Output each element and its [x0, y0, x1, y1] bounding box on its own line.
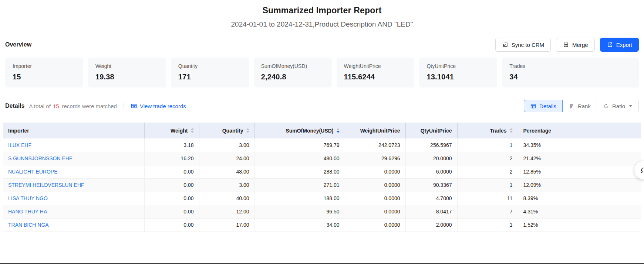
cell-trades: 1 — [457, 138, 518, 152]
cell-percentage: 34.35% — [518, 138, 641, 152]
export-label: Export — [616, 42, 632, 48]
cell-quantity: 40.00 — [199, 192, 254, 205]
cell-percentage: 21.42% — [518, 152, 641, 165]
page-title: Summarized Importer Report — [0, 6, 644, 16]
cell-importer: S GUNNBJORNSSON EHF — [3, 152, 144, 165]
toolbar-buttons: Sync to CRM Merge Export — [495, 38, 639, 52]
tab-details[interactable]: Details — [524, 100, 563, 112]
cell-trades: 11 — [457, 192, 518, 205]
importer-link[interactable]: S GUNNBJORNSSON EHF — [8, 155, 72, 161]
cell-percentage: 4.31% — [518, 205, 641, 218]
stat-value: 19.38 — [95, 73, 159, 81]
cell-weight: 3.18 — [144, 138, 199, 152]
column-header-sumofmoney-usd[interactable]: SumOfMoney(USD) — [254, 123, 345, 138]
cell-importer: HANG THUY HA — [3, 205, 144, 218]
chevron-down-icon — [629, 105, 633, 107]
view-trade-records-label: View trade records — [140, 103, 186, 109]
cell-importer: NUALIGHT EUROPE — [3, 165, 144, 178]
cell-weight: 0.00 — [144, 192, 199, 205]
view-trade-records-link[interactable]: View trade records — [131, 103, 186, 109]
column-label: Trades — [490, 128, 506, 134]
tab-label: Rank — [578, 103, 591, 109]
stat-value: 115.6244 — [344, 73, 407, 81]
details-summary: Details A total of 15 records were match… — [5, 103, 186, 109]
table-row: ILUX EHF3.183.00769.79242.0723256.596713… — [3, 138, 641, 152]
cell-quantity: 24.00 — [199, 152, 254, 165]
column-header-quantity[interactable]: Quantity — [199, 123, 254, 138]
cell-weight: 0.00 — [144, 218, 199, 232]
cell-weight: 0.00 — [144, 205, 199, 218]
stat-card-weight: Weight19.38 — [88, 58, 166, 88]
table-row: TRAN BICH NGA0.0017.0034.000.00002.00001… — [3, 218, 641, 232]
column-header-trades[interactable]: Trades — [457, 123, 518, 138]
cell-sumofmoney-usd: 288.00 — [254, 165, 345, 178]
importer-link[interactable]: STREYMI HEILDVERSLUN EHF — [8, 182, 84, 188]
stat-value: 171 — [178, 73, 242, 81]
trade-records-icon — [131, 103, 137, 109]
headset-icon — [640, 166, 644, 174]
cell-weightunitprice: 0.0000 — [345, 218, 405, 232]
stat-card-sumofmoney-usd: SumOfMoney(USD)2,240.8 — [254, 58, 332, 88]
tab-ratio[interactable]: Ratio — [597, 100, 639, 112]
stat-card-weightunitprice: WeightUnitPrice115.6244 — [337, 58, 415, 88]
cell-sumofmoney-usd: 34.00 — [254, 218, 345, 232]
page: Summarized Importer Report 2024-01-01 to… — [0, 0, 644, 264]
table-header-row: ImporterWeightQuantitySumOfMoney(USD)Wei… — [3, 123, 641, 138]
stat-card-quantity: Quantity171 — [171, 58, 249, 88]
cell-weight: 0.00 — [144, 178, 199, 192]
cell-sumofmoney-usd: 769.79 — [254, 138, 345, 152]
importer-link[interactable]: HANG THUY HA — [8, 209, 47, 215]
importer-table: ImporterWeightQuantitySumOfMoney(USD)Wei… — [3, 123, 641, 232]
table-body: ILUX EHF3.183.00769.79242.0723256.596713… — [3, 138, 641, 232]
table-icon — [530, 103, 536, 109]
merge-button[interactable]: Merge — [556, 38, 595, 52]
divider — [124, 103, 124, 109]
table-row: STREYMI HEILDVERSLUN EHF0.003.00271.010.… — [3, 178, 641, 192]
column-label: WeightUnitPrice — [360, 128, 400, 134]
sort-icon — [337, 128, 340, 133]
cell-weightunitprice: 0.0000 — [345, 165, 405, 178]
stat-label: SumOfMoney(USD) — [261, 63, 324, 69]
column-label: Quantity — [222, 128, 243, 134]
column-label: Percentage — [523, 128, 551, 134]
importer-link[interactable]: TRAN BICH NGA — [8, 222, 49, 228]
tab-rank[interactable]: Rank — [562, 100, 597, 112]
table-row: LISA THUY NGO0.0040.00188.000.00004.7000… — [3, 192, 641, 205]
stat-card-qtyunitprice: QtyUnitPrice13.1041 — [419, 58, 497, 88]
column-label: Weight — [171, 128, 188, 134]
details-title: Details — [5, 103, 24, 109]
stat-label: Weight — [95, 63, 159, 69]
cell-weightunitprice: 242.0723 — [345, 138, 405, 152]
cell-quantity: 3.00 — [199, 178, 254, 192]
stat-label: WeightUnitPrice — [344, 63, 407, 69]
importer-link[interactable]: NUALIGHT EUROPE — [8, 169, 58, 175]
cell-importer: ILUX EHF — [3, 138, 144, 152]
table-row: HANG THUY HA0.0012.0096.500.00008.041774… — [3, 205, 641, 218]
column-header-weight[interactable]: Weight — [144, 123, 199, 138]
export-button[interactable]: Export — [600, 38, 639, 52]
cell-percentage: 8.39% — [518, 192, 641, 205]
cell-qtyunitprice: 4.7000 — [405, 192, 457, 205]
column-header-weightunitprice: WeightUnitPrice — [345, 123, 405, 138]
table-head: ImporterWeightQuantitySumOfMoney(USD)Wei… — [3, 123, 641, 138]
cell-weightunitprice: 29.6296 — [345, 152, 405, 165]
total-prefix: A total of — [29, 103, 50, 109]
merge-label: Merge — [572, 42, 588, 48]
importer-link[interactable]: ILUX EHF — [8, 142, 31, 148]
importer-link[interactable]: LISA THUY NGO — [8, 195, 48, 201]
cell-quantity: 3.00 — [199, 138, 254, 152]
export-icon — [607, 41, 613, 48]
stat-label: QtyUnitPrice — [426, 63, 490, 69]
cell-quantity: 12.00 — [199, 205, 254, 218]
sync-to-crm-button[interactable]: Sync to CRM — [495, 38, 551, 52]
cell-trades: 2 — [457, 152, 518, 165]
cell-percentage: 12.09% — [518, 178, 641, 192]
table-wrap: ImporterWeightQuantitySumOfMoney(USD)Wei… — [0, 123, 644, 232]
cell-trades: 2 — [457, 165, 518, 178]
matched-count: 15 — [53, 103, 59, 109]
table-row: S GUNNBJORNSSON EHF16.2024.00480.0029.62… — [3, 152, 641, 165]
merge-icon — [563, 41, 569, 48]
cell-importer: TRAN BICH NGA — [3, 218, 144, 232]
report-subtitle: 2024-01-01 to 2024-12-31,Product Descrip… — [0, 20, 644, 28]
cell-qtyunitprice: 6.0000 — [405, 165, 457, 178]
